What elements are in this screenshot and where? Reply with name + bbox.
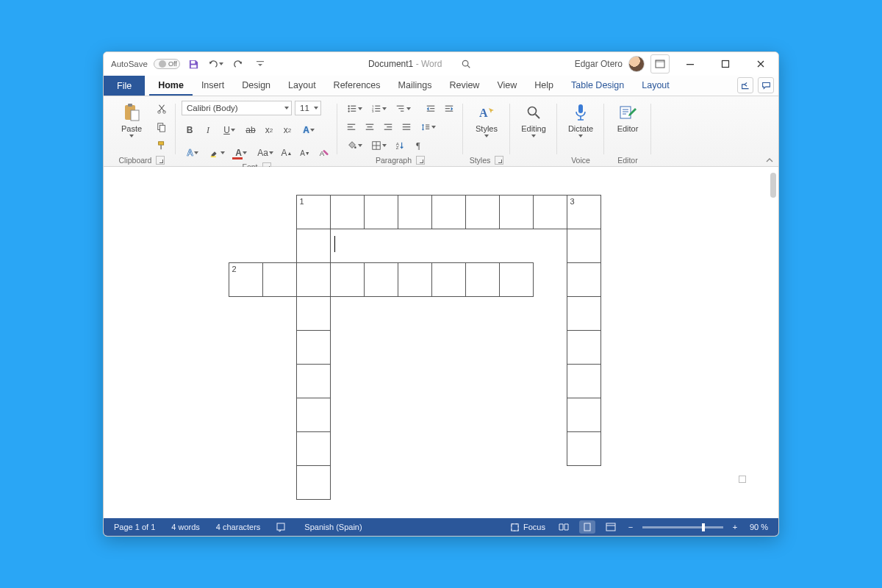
- crossword-cell[interactable]: [364, 262, 398, 297]
- crossword-cell[interactable]: [567, 330, 601, 365]
- tab-layout[interactable]: Layout: [279, 76, 325, 96]
- crossword-cell[interactable]: 3: [567, 195, 601, 229]
- font-color-button[interactable]: A: [230, 145, 252, 161]
- crossword-cell[interactable]: [296, 296, 331, 331]
- bullets-button[interactable]: [343, 101, 365, 117]
- web-layout-icon[interactable]: [603, 520, 619, 534]
- focus-mode-button[interactable]: Focus: [507, 521, 548, 534]
- save-icon[interactable]: [186, 56, 202, 72]
- superscript-button[interactable]: x2: [279, 122, 295, 138]
- paragraph-dialog-launcher[interactable]: [416, 156, 425, 165]
- tab-home[interactable]: Home: [149, 76, 193, 96]
- zoom-percent[interactable]: 90 %: [747, 521, 771, 533]
- status-chars[interactable]: 4 characters: [213, 521, 264, 533]
- decrease-indent-button[interactable]: [423, 101, 439, 117]
- crossword-cell[interactable]: [262, 262, 297, 297]
- crossword-cell[interactable]: 2: [229, 262, 263, 297]
- crossword-cell[interactable]: [567, 364, 601, 398]
- read-mode-icon[interactable]: [556, 520, 572, 534]
- numbering-button[interactable]: 123: [368, 101, 390, 117]
- shrink-font-button[interactable]: A▼: [297, 145, 313, 161]
- align-right-button[interactable]: [380, 119, 396, 135]
- close-icon[interactable]: [746, 54, 775, 74]
- copy-icon[interactable]: [154, 119, 170, 135]
- redo-icon[interactable]: [230, 56, 246, 72]
- crossword-cell[interactable]: [296, 398, 331, 432]
- crossword-cell[interactable]: 1: [296, 195, 331, 229]
- crossword-cell[interactable]: [431, 195, 466, 229]
- tab-references[interactable]: References: [325, 76, 390, 96]
- ribbon-display-options-icon[interactable]: [650, 54, 670, 74]
- crossword-cell[interactable]: [296, 330, 331, 365]
- align-left-button[interactable]: [343, 119, 359, 135]
- clear-formatting-button[interactable]: A: [315, 145, 331, 161]
- crossword-cell[interactable]: [364, 195, 398, 229]
- autosave-toggle[interactable]: Off: [154, 59, 180, 69]
- show-paragraph-marks-button[interactable]: ¶: [410, 137, 426, 154]
- strikethrough-button[interactable]: ab: [243, 122, 259, 138]
- maximize-icon[interactable]: [711, 54, 740, 74]
- crossword-cell[interactable]: [465, 195, 500, 229]
- collapse-ribbon-icon[interactable]: [765, 156, 774, 165]
- share-icon[interactable]: [737, 77, 753, 93]
- crossword-cell[interactable]: [330, 195, 365, 229]
- crossword-cell[interactable]: [567, 398, 601, 432]
- status-page[interactable]: Page 1 of 1: [111, 521, 158, 533]
- highlight-button[interactable]: [206, 145, 228, 161]
- text-outline-button[interactable]: A: [182, 145, 204, 161]
- borders-button[interactable]: [368, 137, 390, 154]
- editor-button[interactable]: Editor: [610, 101, 645, 133]
- crossword-cell[interactable]: [296, 465, 331, 500]
- crossword-cell[interactable]: [296, 364, 331, 398]
- vertical-scrollbar[interactable]: [770, 173, 777, 512]
- undo-icon[interactable]: [208, 56, 224, 72]
- tab-insert[interactable]: Insert: [193, 76, 233, 96]
- crossword-cell[interactable]: [499, 195, 534, 229]
- tab-help[interactable]: Help: [526, 76, 562, 96]
- tab-file[interactable]: File: [104, 76, 145, 96]
- crossword-cell[interactable]: [296, 431, 331, 466]
- crossword-cell[interactable]: [567, 431, 601, 466]
- zoom-in-button[interactable]: +: [731, 523, 739, 531]
- crossword-table[interactable]: 132: [229, 195, 600, 499]
- zoom-slider[interactable]: [642, 526, 723, 528]
- user-name[interactable]: Edgar Otero: [575, 59, 623, 69]
- tab-layout[interactable]: Layout: [633, 76, 678, 96]
- crossword-cell[interactable]: [296, 229, 331, 263]
- multilevel-list-button[interactable]: [392, 101, 414, 117]
- line-spacing-button[interactable]: [417, 119, 439, 135]
- font-name-combo[interactable]: Calibri (Body): [182, 101, 292, 115]
- tab-table-design[interactable]: Table Design: [562, 76, 633, 96]
- document-area[interactable]: 132: [104, 167, 778, 518]
- page-canvas[interactable]: 132: [118, 173, 768, 512]
- sort-button[interactable]: AZ: [392, 137, 408, 154]
- text-effects-button[interactable]: A: [298, 122, 320, 138]
- crossword-cell[interactable]: [330, 262, 365, 297]
- crossword-cell[interactable]: [296, 262, 331, 297]
- crossword-cell[interactable]: [567, 229, 601, 263]
- bold-button[interactable]: B: [182, 122, 198, 138]
- clipboard-dialog-launcher[interactable]: [156, 156, 165, 165]
- minimize-icon[interactable]: [675, 54, 705, 74]
- italic-button[interactable]: I: [200, 122, 216, 138]
- tab-mailings[interactable]: Mailings: [390, 76, 441, 96]
- tab-review[interactable]: Review: [440, 76, 488, 96]
- crossword-cell[interactable]: [398, 195, 432, 229]
- cut-icon[interactable]: [154, 101, 170, 117]
- change-case-button[interactable]: Aa: [254, 145, 276, 161]
- underline-button[interactable]: U: [218, 122, 240, 138]
- status-words[interactable]: 4 words: [168, 521, 203, 533]
- crossword-cell[interactable]: [465, 262, 500, 297]
- search-icon[interactable]: [458, 56, 474, 72]
- zoom-out-button[interactable]: −: [626, 523, 635, 531]
- increase-indent-button[interactable]: [441, 101, 457, 117]
- crossword-cell[interactable]: [533, 195, 567, 229]
- table-resize-handle[interactable]: [739, 476, 746, 483]
- print-layout-icon[interactable]: [579, 520, 595, 534]
- customize-qat-icon[interactable]: [252, 56, 268, 72]
- crossword-cell[interactable]: [398, 262, 432, 297]
- tab-design[interactable]: Design: [233, 76, 279, 96]
- crossword-cell[interactable]: [431, 262, 466, 297]
- crossword-cell[interactable]: [567, 296, 601, 331]
- styles-button[interactable]: A Styles: [469, 101, 504, 137]
